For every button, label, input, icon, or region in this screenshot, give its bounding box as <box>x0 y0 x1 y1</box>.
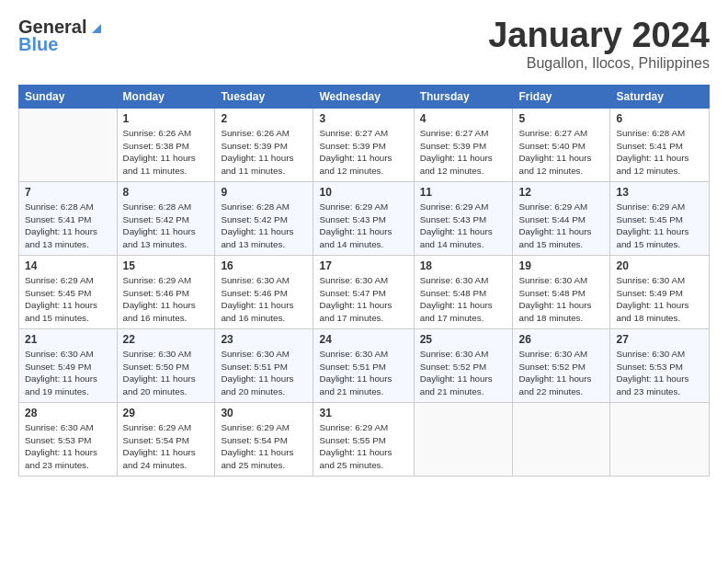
day-info: Sunrise: 6:26 AMSunset: 5:38 PMDaylight:… <box>123 127 210 178</box>
calendar-cell: 11Sunrise: 6:29 AMSunset: 5:43 PMDayligh… <box>414 181 513 255</box>
calendar-cell <box>19 108 118 181</box>
day-info: Sunrise: 6:27 AMSunset: 5:39 PMDaylight:… <box>420 127 507 178</box>
calendar-week-row: 21Sunrise: 6:30 AMSunset: 5:49 PMDayligh… <box>19 328 710 402</box>
day-info: Sunrise: 6:27 AMSunset: 5:40 PMDaylight:… <box>518 127 604 178</box>
day-number: 20 <box>616 259 703 272</box>
calendar-cell <box>513 402 610 476</box>
calendar-cell: 31Sunrise: 6:29 AMSunset: 5:55 PMDayligh… <box>313 402 414 476</box>
col-header-sunday: Sunday <box>19 85 118 108</box>
calendar-cell: 4Sunrise: 6:27 AMSunset: 5:39 PMDaylight… <box>414 108 513 181</box>
day-info: Sunrise: 6:30 AMSunset: 5:47 PMDaylight:… <box>319 274 407 325</box>
day-info: Sunrise: 6:29 AMSunset: 5:54 PMDaylight:… <box>123 421 210 472</box>
calendar-cell: 24Sunrise: 6:30 AMSunset: 5:51 PMDayligh… <box>313 328 414 402</box>
day-number: 26 <box>518 333 604 346</box>
day-info: Sunrise: 6:29 AMSunset: 5:44 PMDaylight:… <box>518 201 604 251</box>
day-number: 28 <box>25 407 111 419</box>
day-number: 12 <box>518 186 604 199</box>
day-number: 10 <box>319 186 407 199</box>
day-number: 23 <box>221 333 307 346</box>
title-area: January 2024 Bugallon, Ilocos, Philippin… <box>488 17 710 72</box>
calendar-week-row: 1Sunrise: 6:26 AMSunset: 5:38 PMDaylight… <box>19 108 710 181</box>
day-number: 5 <box>518 112 604 125</box>
day-number: 14 <box>25 259 111 272</box>
day-number: 15 <box>123 259 210 272</box>
calendar-week-row: 14Sunrise: 6:29 AMSunset: 5:45 PMDayligh… <box>19 255 710 328</box>
calendar-cell: 22Sunrise: 6:30 AMSunset: 5:50 PMDayligh… <box>117 328 215 402</box>
svg-marker-0 <box>92 24 101 33</box>
calendar-cell <box>610 402 710 476</box>
calendar-cell: 9Sunrise: 6:28 AMSunset: 5:42 PMDaylight… <box>215 181 313 255</box>
month-title: January 2024 <box>488 17 710 55</box>
day-info: Sunrise: 6:30 AMSunset: 5:53 PMDaylight:… <box>616 348 703 398</box>
logo: General Blue <box>18 17 103 55</box>
day-info: Sunrise: 6:30 AMSunset: 5:52 PMDaylight:… <box>420 348 507 398</box>
calendar-week-row: 7Sunrise: 6:28 AMSunset: 5:41 PMDaylight… <box>19 181 710 255</box>
day-number: 24 <box>319 333 407 346</box>
day-info: Sunrise: 6:29 AMSunset: 5:45 PMDaylight:… <box>616 201 703 251</box>
day-number: 25 <box>420 333 507 346</box>
day-info: Sunrise: 6:30 AMSunset: 5:52 PMDaylight:… <box>518 348 604 398</box>
calendar-cell: 16Sunrise: 6:30 AMSunset: 5:46 PMDayligh… <box>215 255 313 328</box>
location-title: Bugallon, Ilocos, Philippines <box>488 55 710 72</box>
day-info: Sunrise: 6:29 AMSunset: 5:45 PMDaylight:… <box>25 274 111 325</box>
day-info: Sunrise: 6:27 AMSunset: 5:39 PMDaylight:… <box>319 127 407 178</box>
day-number: 3 <box>319 112 407 125</box>
calendar-week-row: 28Sunrise: 6:30 AMSunset: 5:53 PMDayligh… <box>19 402 710 476</box>
day-number: 29 <box>123 407 210 419</box>
day-info: Sunrise: 6:28 AMSunset: 5:42 PMDaylight:… <box>221 201 307 251</box>
day-info: Sunrise: 6:29 AMSunset: 5:46 PMDaylight:… <box>123 274 210 325</box>
page: General Blue January 2024 Bugallon, Iloc… <box>0 0 728 563</box>
calendar-header-row: SundayMondayTuesdayWednesdayThursdayFrid… <box>19 85 710 108</box>
day-info: Sunrise: 6:30 AMSunset: 5:53 PMDaylight:… <box>25 421 111 472</box>
calendar-cell: 28Sunrise: 6:30 AMSunset: 5:53 PMDayligh… <box>19 402 118 476</box>
day-info: Sunrise: 6:29 AMSunset: 5:43 PMDaylight:… <box>319 201 407 251</box>
col-header-saturday: Saturday <box>610 85 710 108</box>
day-info: Sunrise: 6:28 AMSunset: 5:41 PMDaylight:… <box>25 201 111 251</box>
calendar-cell: 15Sunrise: 6:29 AMSunset: 5:46 PMDayligh… <box>117 255 215 328</box>
col-header-wednesday: Wednesday <box>313 85 414 108</box>
col-header-monday: Monday <box>117 85 215 108</box>
calendar-cell: 3Sunrise: 6:27 AMSunset: 5:39 PMDaylight… <box>313 108 414 181</box>
calendar-cell: 29Sunrise: 6:29 AMSunset: 5:54 PMDayligh… <box>117 402 215 476</box>
col-header-friday: Friday <box>513 85 610 108</box>
day-number: 21 <box>25 333 111 346</box>
day-info: Sunrise: 6:28 AMSunset: 5:41 PMDaylight:… <box>616 127 703 178</box>
calendar-cell: 19Sunrise: 6:30 AMSunset: 5:48 PMDayligh… <box>513 255 610 328</box>
calendar-cell: 25Sunrise: 6:30 AMSunset: 5:52 PMDayligh… <box>414 328 513 402</box>
day-info: Sunrise: 6:30 AMSunset: 5:49 PMDaylight:… <box>616 274 703 325</box>
day-number: 11 <box>420 186 507 199</box>
day-number: 7 <box>25 186 111 199</box>
day-number: 1 <box>123 112 210 125</box>
day-number: 8 <box>123 186 210 199</box>
calendar-cell: 27Sunrise: 6:30 AMSunset: 5:53 PMDayligh… <box>610 328 710 402</box>
calendar-cell: 2Sunrise: 6:26 AMSunset: 5:39 PMDaylight… <box>215 108 313 181</box>
day-info: Sunrise: 6:30 AMSunset: 5:50 PMDaylight:… <box>123 348 210 398</box>
logo-triangle-icon <box>88 20 103 35</box>
day-info: Sunrise: 6:29 AMSunset: 5:55 PMDaylight:… <box>319 421 407 472</box>
calendar-cell <box>414 402 513 476</box>
calendar-cell: 20Sunrise: 6:30 AMSunset: 5:49 PMDayligh… <box>610 255 710 328</box>
calendar-cell: 8Sunrise: 6:28 AMSunset: 5:42 PMDaylight… <box>117 181 215 255</box>
day-info: Sunrise: 6:28 AMSunset: 5:42 PMDaylight:… <box>123 201 210 251</box>
day-number: 18 <box>420 259 507 272</box>
day-info: Sunrise: 6:30 AMSunset: 5:49 PMDaylight:… <box>25 348 111 398</box>
calendar-cell: 10Sunrise: 6:29 AMSunset: 5:43 PMDayligh… <box>313 181 414 255</box>
day-number: 19 <box>518 259 604 272</box>
header: General Blue January 2024 Bugallon, Iloc… <box>18 17 710 72</box>
calendar-cell: 7Sunrise: 6:28 AMSunset: 5:41 PMDaylight… <box>19 181 118 255</box>
day-number: 30 <box>221 407 307 419</box>
calendar-cell: 12Sunrise: 6:29 AMSunset: 5:44 PMDayligh… <box>513 181 610 255</box>
calendar-cell: 23Sunrise: 6:30 AMSunset: 5:51 PMDayligh… <box>215 328 313 402</box>
logo-blue-text: Blue <box>18 34 58 55</box>
day-number: 16 <box>221 259 307 272</box>
day-info: Sunrise: 6:30 AMSunset: 5:48 PMDaylight:… <box>518 274 604 325</box>
calendar-cell: 14Sunrise: 6:29 AMSunset: 5:45 PMDayligh… <box>19 255 118 328</box>
day-info: Sunrise: 6:30 AMSunset: 5:48 PMDaylight:… <box>420 274 507 325</box>
day-number: 17 <box>319 259 407 272</box>
day-info: Sunrise: 6:30 AMSunset: 5:51 PMDaylight:… <box>221 348 307 398</box>
day-number: 27 <box>616 333 703 346</box>
day-info: Sunrise: 6:29 AMSunset: 5:43 PMDaylight:… <box>420 201 507 251</box>
calendar-cell: 6Sunrise: 6:28 AMSunset: 5:41 PMDaylight… <box>610 108 710 181</box>
day-info: Sunrise: 6:30 AMSunset: 5:46 PMDaylight:… <box>221 274 307 325</box>
day-number: 31 <box>319 407 407 419</box>
